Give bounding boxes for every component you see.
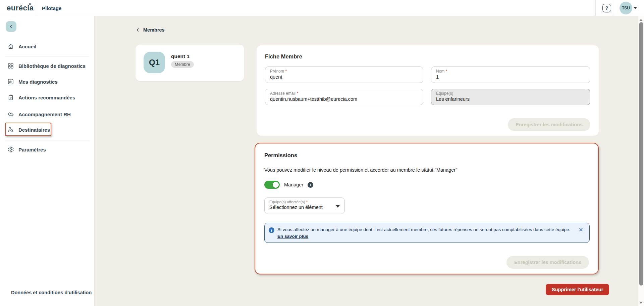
- save-permissions-button: Enregistrer les modifications: [506, 256, 589, 269]
- nom-field[interactable]: Nom * 1: [431, 67, 590, 83]
- scrollbar-thumb[interactable]: [639, 22, 643, 286]
- permissions-card: Permissions Vous pouvez modifier le nive…: [256, 144, 597, 273]
- sidebar-item-accompagnement-rh[interactable]: Accompagnement RH: [7, 110, 71, 118]
- sidebar-item-label: Accompagnement RH: [18, 112, 71, 117]
- bar-chart-icon: [7, 78, 14, 85]
- email-value: quentin.nusbaum+testthib@eurecia.com: [270, 96, 418, 102]
- permissions-description: Vous pouvez modifier le niveau de permis…: [264, 167, 589, 173]
- sidebar-item-label: Bibliothèque de diagnostics: [18, 63, 86, 69]
- grid-icon: [7, 62, 14, 69]
- fiche-form: Prénom * quent Nom * 1 Adresse email * q…: [265, 67, 590, 105]
- info-glyph: i: [271, 228, 272, 232]
- clipboard-icon: [7, 94, 14, 101]
- help-icon: ?: [605, 5, 608, 11]
- required-marker: *: [297, 91, 298, 96]
- equipes-label: Équipe(s): [436, 91, 453, 96]
- sidebar-item-parametres[interactable]: Paramètres: [7, 145, 46, 154]
- sidebar-item-mes-diagnostics[interactable]: Mes diagnostics: [7, 78, 58, 86]
- user-menu-caret-icon[interactable]: [634, 7, 637, 9]
- member-role-badge: Membre: [171, 61, 194, 68]
- prenom-label: Prénom: [270, 69, 284, 74]
- sidebar-collapse-button[interactable]: [6, 21, 16, 32]
- main-content: Membres Q1 quent 1 Membre Fiche Membre P…: [95, 16, 638, 306]
- sidebar-item-bibliotheque[interactable]: Bibliothèque de diagnostics: [7, 62, 86, 70]
- topbar-divider: [36, 0, 36, 16]
- user-avatar[interactable]: TSU: [620, 2, 632, 14]
- learn-more-link[interactable]: En savoir plus: [277, 233, 308, 239]
- manager-toggle-row: Manager i: [264, 181, 589, 189]
- chevron-left-icon: [8, 24, 14, 29]
- person-search-icon: [7, 126, 14, 133]
- sidebar-item-label: Mes diagnostics: [18, 79, 58, 85]
- gear-icon: [7, 146, 14, 153]
- select-label: Équipe(s) affectée(s): [269, 200, 305, 204]
- sidebar-item-destinataires[interactable]: Destinataires: [7, 126, 50, 134]
- breadcrumb-label: Membres: [143, 27, 165, 33]
- logo-star-icon: ✱: [29, 3, 31, 6]
- home-icon: [7, 43, 14, 50]
- equipes-field: Équipe(s) Les enfarineurs: [431, 89, 590, 105]
- required-marker: *: [285, 69, 287, 74]
- info-icon: i: [269, 227, 274, 233]
- sidebar-item-label: Paramètres: [18, 147, 46, 152]
- email-field[interactable]: Adresse email * quentin.nusbaum+testthib…: [265, 89, 423, 105]
- prenom-value: quent: [270, 74, 418, 80]
- equipes-affectees-select[interactable]: Équipe(s) affectée(s) * Sélectionnez un …: [264, 198, 345, 214]
- chevron-left-icon: [136, 28, 140, 32]
- sidebar-item-label: Accueil: [18, 44, 36, 49]
- scroll-down-arrow-icon[interactable]: [639, 302, 643, 304]
- info-icon[interactable]: i: [308, 182, 313, 188]
- info-banner: i Si vous affectez un manager à une équi…: [264, 223, 590, 243]
- manager-toggle-label: Manager: [284, 182, 303, 187]
- member-avatar: Q1: [144, 52, 165, 73]
- annotation-highlight-permissions: Permissions Vous pouvez modifier le nive…: [255, 143, 599, 274]
- topbar-divider: [595, 0, 596, 16]
- info-banner-text: Si vous affectez un manager à une équipe…: [277, 227, 570, 232]
- toggle-knob: [273, 182, 279, 188]
- equipes-value: Les enfarineurs: [436, 96, 585, 102]
- sidebar-divider: [5, 56, 89, 56]
- terms-link[interactable]: Données et conditions d'utilisation: [11, 290, 92, 295]
- sidebar: Accueil Bibliothèque de diagnostics Mes …: [0, 16, 95, 306]
- handshake-icon: [7, 111, 14, 118]
- help-button[interactable]: ?: [602, 4, 611, 12]
- sidebar-divider: [5, 140, 89, 140]
- vertical-scrollbar[interactable]: [638, 16, 644, 306]
- info-glyph: i: [310, 183, 311, 187]
- topbar-divider: [614, 0, 614, 16]
- sidebar-item-accueil[interactable]: Accueil: [7, 42, 36, 50]
- fiche-membre-card: Fiche Membre Prénom * quent Nom * 1 Adre…: [257, 45, 599, 136]
- sidebar-item-actions-recommandees[interactable]: Actions recommandées: [7, 93, 75, 101]
- required-marker: *: [306, 200, 308, 204]
- email-label: Adresse email: [270, 91, 296, 96]
- member-name: quent 1: [171, 53, 190, 59]
- topbar: eurécia ✱ Pilotage ? TSU: [0, 0, 644, 16]
- save-fiche-button: Enregistrer les modifications: [508, 118, 590, 131]
- breadcrumb-back-membres[interactable]: Membres: [136, 27, 165, 33]
- product-title: Pilotage: [42, 0, 61, 16]
- scroll-up-arrow-icon[interactable]: [639, 19, 643, 21]
- nom-value: 1: [436, 74, 585, 80]
- manager-toggle[interactable]: [264, 181, 280, 189]
- permissions-title: Permissions: [264, 152, 589, 159]
- nom-label: Nom: [436, 69, 444, 74]
- sidebar-item-label: Actions recommandées: [18, 95, 75, 100]
- member-summary-card: Q1 quent 1 Membre: [136, 45, 244, 81]
- sidebar-item-label: Destinataires: [18, 127, 50, 133]
- chevron-down-icon: [336, 205, 340, 208]
- close-icon[interactable]: ✕: [579, 227, 583, 233]
- delete-user-button[interactable]: Supprimer l'utilisateur: [546, 284, 609, 295]
- prenom-field[interactable]: Prénom * quent: [265, 67, 423, 83]
- info-banner-body: Si vous affectez un manager à une équipe…: [277, 227, 573, 239]
- select-value: Sélectionnez un élément: [269, 205, 340, 210]
- fiche-membre-title: Fiche Membre: [265, 53, 590, 60]
- required-marker: *: [446, 69, 447, 74]
- eurecia-logo[interactable]: eurécia ✱: [7, 0, 34, 16]
